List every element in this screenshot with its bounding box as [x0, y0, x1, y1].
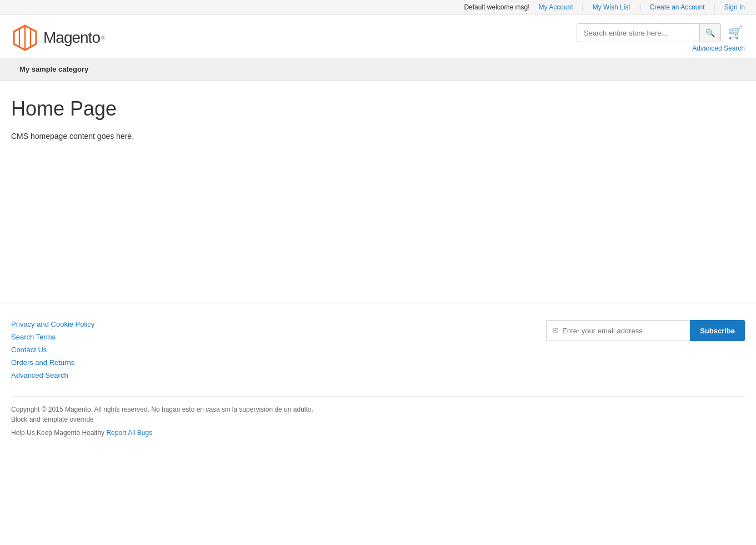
header: Magento ® 🔍 🛒 Advanced Search: [0, 15, 756, 58]
footer: Privacy and Cookie Policy Search Terms C…: [0, 303, 756, 450]
divider1: |: [582, 3, 584, 11]
search-area: 🔍 🛒: [577, 23, 745, 42]
help-text: Help Us Keep Magento Healthy Report All …: [11, 429, 745, 437]
logo-area: Magento ®: [11, 24, 105, 52]
welcome-message: Default welcome msg!: [464, 3, 529, 11]
top-bar: Default welcome msg! My Account | My Wis…: [0, 0, 756, 15]
block-override-text: Block and template override: [11, 416, 745, 423]
logo-trademark: ®: [101, 35, 105, 41]
copyright-text: Copyright © 2015 Magento. All rights res…: [11, 406, 745, 413]
search-box: 🔍: [577, 23, 721, 42]
footer-contact-link[interactable]: Contact Us: [11, 346, 94, 354]
newsletter-email-wrap: ✉: [546, 320, 690, 341]
header-advanced-search-link[interactable]: Advanced Search: [692, 44, 745, 52]
sign-in-link[interactable]: Sign In: [724, 3, 745, 11]
main-content: Home Page CMS homepage content goes here…: [0, 81, 756, 303]
search-input[interactable]: [577, 24, 699, 42]
page-title: Home Page: [11, 97, 745, 121]
help-label: Help Us Keep Magento Healthy: [11, 429, 104, 437]
newsletter-area: ✉ Subscribe: [546, 320, 745, 341]
logo-text: Magento: [43, 29, 100, 47]
footer-privacy-link[interactable]: Privacy and Cookie Policy: [11, 320, 94, 328]
create-account-link[interactable]: Create an Account: [650, 3, 705, 11]
page-description: CMS homepage content goes here.: [11, 132, 745, 141]
footer-search-terms-link[interactable]: Search Terms: [11, 333, 94, 341]
magento-logo-icon: [11, 24, 39, 52]
cart-button[interactable]: 🛒: [725, 23, 745, 42]
email-icon: ✉: [552, 326, 559, 335]
footer-links: Privacy and Cookie Policy Search Terms C…: [11, 320, 94, 379]
header-right: 🔍 🛒 Advanced Search: [577, 23, 745, 52]
footer-advanced-search-link[interactable]: Advanced Search: [11, 371, 94, 379]
newsletter-email-input[interactable]: [562, 327, 684, 335]
my-wish-list-link[interactable]: My Wish List: [593, 3, 630, 11]
footer-bottom: Copyright © 2015 Magento. All rights res…: [11, 396, 745, 437]
divider3: |: [714, 3, 715, 11]
my-account-link[interactable]: My Account: [538, 3, 573, 11]
report-bugs-link[interactable]: Report All Bugs: [106, 429, 152, 437]
subscribe-button[interactable]: Subscribe: [690, 320, 745, 341]
divider2: |: [639, 3, 641, 11]
footer-top: Privacy and Cookie Policy Search Terms C…: [11, 320, 745, 379]
search-button[interactable]: 🔍: [699, 24, 720, 42]
nav-bar: My sample category: [0, 58, 756, 81]
footer-orders-returns-link[interactable]: Orders and Returns: [11, 358, 94, 367]
nav-category-link[interactable]: My sample category: [11, 58, 97, 80]
